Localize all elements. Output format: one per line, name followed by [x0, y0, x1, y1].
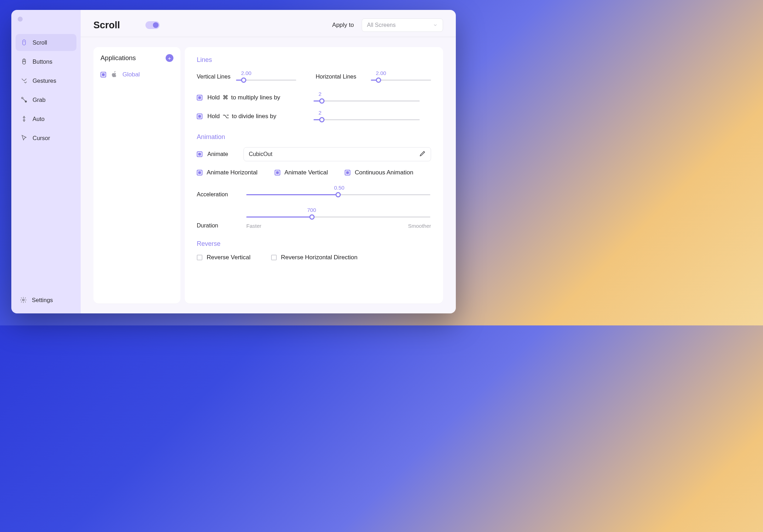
acceleration-value: 0.50 [334, 185, 344, 191]
svg-point-6 [25, 101, 27, 102]
app-global-label: Global [122, 71, 140, 78]
animate-vertical-checkbox[interactable] [275, 170, 280, 175]
hold-multiply-slider[interactable] [314, 98, 420, 104]
animate-label: Animate [207, 151, 239, 157]
sidebar-item-label: Auto [33, 116, 45, 122]
app-row-global[interactable]: Global [101, 70, 173, 79]
gesture-icon [21, 77, 28, 84]
lines-section-title: Lines [197, 56, 431, 64]
hold-multiply-checkbox[interactable] [197, 95, 202, 100]
sidebar-item-label: Buttons [33, 58, 52, 65]
apply-to-select[interactable]: All Screens [362, 18, 443, 32]
applications-title: Applications [101, 54, 136, 62]
animation-section-title: Animation [197, 133, 431, 141]
apply-to-label: Apply to [332, 22, 354, 29]
hold-divide-value: 2 [319, 110, 321, 116]
vertical-lines-label: Vertical Lines [197, 74, 230, 80]
sidebar-item-scroll[interactable]: Scroll [16, 34, 76, 51]
duration-value: 700 [307, 207, 316, 213]
gear-icon [20, 296, 27, 303]
reverse-horizontal-checkbox[interactable] [271, 255, 277, 260]
sidebar: Scroll Buttons Gestures Grab [11, 10, 81, 313]
header-bar: Scroll Apply to All Screens [81, 10, 456, 37]
sidebar-item-label: Grab [33, 97, 46, 103]
hold-multiply-pre: Hold [207, 94, 220, 101]
animate-easing-value: CubicOut [249, 151, 272, 157]
duration-slider[interactable] [246, 214, 430, 220]
cursor-icon [21, 134, 28, 141]
sidebar-item-settings[interactable]: Settings [15, 291, 77, 308]
page-title: Scroll [93, 20, 120, 31]
hold-multiply-post: to multiply lines by [231, 94, 280, 101]
sidebar-item-label: Cursor [33, 135, 50, 141]
applications-panel: Applications + Global [93, 47, 180, 303]
feature-toggle[interactable] [145, 21, 160, 29]
reverse-vertical-label: Reverse Vertical [207, 254, 251, 261]
acceleration-slider[interactable] [246, 191, 430, 198]
reverse-section-title: Reverse [197, 240, 431, 248]
sidebar-item-buttons[interactable]: Buttons [16, 53, 76, 70]
auto-icon [21, 115, 28, 122]
grab-icon [21, 96, 28, 103]
animate-checkbox[interactable] [197, 151, 202, 157]
app-global-checkbox[interactable] [101, 72, 106, 77]
sidebar-item-cursor[interactable]: Cursor [16, 129, 76, 146]
sidebar-nav: Scroll Buttons Gestures Grab [15, 34, 77, 146]
scroll-settings-panel: Lines Vertical Lines 2.00 Horizontal Lin… [185, 47, 443, 303]
app-window: Scroll Buttons Gestures Grab [11, 10, 456, 313]
hold-divide-pre: Hold [207, 113, 220, 120]
animate-horizontal-checkbox[interactable] [197, 170, 202, 175]
continuous-animation-label: Continuous Animation [355, 169, 413, 176]
sidebar-item-auto[interactable]: Auto [16, 110, 76, 127]
animate-vertical-label: Animate Vertical [285, 169, 328, 176]
plus-icon: + [168, 55, 171, 61]
svg-point-5 [22, 97, 23, 99]
chevron-down-icon [433, 23, 438, 28]
content-area: Applications + Global Lines [81, 37, 456, 313]
hold-divide-slider[interactable] [314, 116, 420, 123]
sidebar-item-label: Scroll [33, 39, 47, 46]
mouse-buttons-icon [21, 58, 28, 65]
continuous-animation-checkbox[interactable] [345, 170, 350, 175]
horizontal-lines-control: Horizontal Lines 2.00 [316, 70, 431, 83]
duration-smoother-label: Smoother [408, 223, 431, 229]
hold-multiply-value: 2 [319, 91, 321, 97]
main-area: Scroll Apply to All Screens Applications… [81, 10, 456, 313]
hold-divide-post: to divide lines by [232, 113, 276, 120]
sidebar-item-gestures[interactable]: Gestures [16, 72, 76, 89]
pencil-icon[interactable] [419, 150, 426, 158]
horizontal-lines-value: 2.00 [376, 70, 386, 76]
svg-rect-0 [23, 40, 25, 45]
add-app-button[interactable]: + [166, 54, 173, 62]
apply-to-value: All Screens [367, 22, 396, 28]
hold-divide-checkbox[interactable] [197, 114, 202, 119]
sidebar-item-grab[interactable]: Grab [16, 91, 76, 108]
reverse-vertical-checkbox[interactable] [197, 255, 202, 260]
reverse-horizontal-label: Reverse Horizontal Direction [281, 254, 357, 261]
vertical-lines-value: 2.00 [241, 70, 251, 76]
mouse-icon [21, 39, 28, 46]
option-key-icon: ⌥ [223, 113, 229, 120]
horizontal-lines-label: Horizontal Lines [316, 74, 365, 80]
sidebar-item-label: Gestures [33, 77, 56, 84]
hold-divide-control: Hold ⌥ to divide lines by [197, 113, 314, 120]
duration-label: Duration [197, 222, 246, 229]
hold-multiply-control: Hold ⌘ to multiply lines by [197, 94, 314, 101]
acceleration-label: Acceleration [197, 191, 246, 198]
animate-easing-field[interactable]: CubicOut [243, 147, 431, 161]
window-close-dot[interactable] [18, 17, 23, 22]
apple-icon [111, 70, 117, 79]
command-key-icon: ⌘ [223, 94, 228, 101]
vertical-lines-control: Vertical Lines 2.00 [197, 70, 302, 83]
duration-faster-label: Faster [246, 223, 262, 229]
animate-horizontal-label: Animate Horizontal [207, 169, 258, 176]
svg-point-7 [23, 299, 24, 301]
horizontal-lines-slider[interactable] [371, 77, 431, 83]
sidebar-item-label: Settings [32, 297, 53, 303]
vertical-lines-slider[interactable] [236, 77, 296, 83]
